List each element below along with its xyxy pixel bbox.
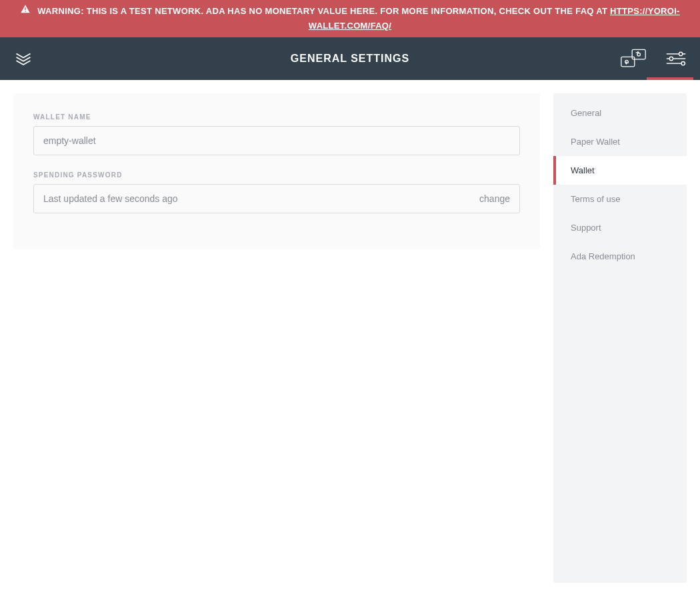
transfer-wallet-icon[interactable] <box>620 47 647 70</box>
app-header: GENERAL SETTINGS <box>0 37 700 80</box>
sidebar-item-general[interactable]: General <box>553 99 687 127</box>
change-password-link[interactable]: change <box>479 193 510 204</box>
sidebar-item-paper-wallet[interactable]: Paper Wallet <box>553 127 687 156</box>
sidebar-item-label: Wallet <box>571 165 595 175</box>
svg-point-11 <box>681 61 685 65</box>
sidebar-item-label: Terms of use <box>571 194 620 204</box>
settings-sidebar: General Paper Wallet Wallet Terms of use… <box>553 93 687 583</box>
wallet-name-label: WALLET NAME <box>33 113 520 121</box>
svg-rect-1 <box>25 11 26 12</box>
warning-text: WARNING: THIS IS A TEST NETWORK. ADA HAS… <box>37 6 610 16</box>
spending-password-label: SPENDING PASSWORD <box>33 171 520 179</box>
sidebar-item-label: Support <box>571 223 601 233</box>
sidebar-item-support[interactable]: Support <box>553 213 687 242</box>
sidebar-item-ada-redemption[interactable]: Ada Redemption <box>553 242 687 271</box>
sidebar-item-wallet[interactable]: Wallet <box>553 156 687 185</box>
svg-point-7 <box>679 52 682 55</box>
svg-point-5 <box>637 53 641 56</box>
svg-point-9 <box>669 57 673 60</box>
sidebar-item-label: Ada Redemption <box>571 251 635 261</box>
sidebar-item-label: Paper Wallet <box>571 137 620 147</box>
spending-password-status: Last updated a few seconds ago <box>43 193 178 204</box>
settings-panel: WALLET NAME SPENDING PASSWORD Last updat… <box>13 93 540 249</box>
sidebar-item-terms-of-use[interactable]: Terms of use <box>553 185 687 213</box>
warning-triangle-icon <box>20 4 31 19</box>
app-logo-icon[interactable] <box>13 49 33 69</box>
settings-active-indicator <box>647 77 693 80</box>
settings-sliders-icon[interactable] <box>665 50 687 67</box>
sidebar-item-label: General <box>571 108 601 118</box>
svg-rect-0 <box>25 7 26 10</box>
spending-password-row: Last updated a few seconds ago change <box>33 184 520 213</box>
page-title: GENERAL SETTINGS <box>291 53 409 65</box>
warning-banner: WARNING: THIS IS A TEST NETWORK. ADA HAS… <box>0 0 700 37</box>
wallet-name-input[interactable] <box>33 126 520 155</box>
